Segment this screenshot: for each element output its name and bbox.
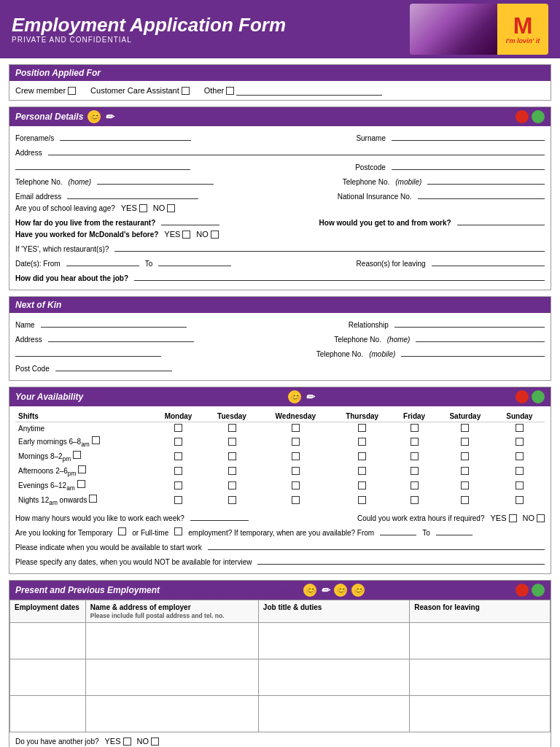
- nights-fri-cb[interactable]: [411, 496, 419, 504]
- worked-yes-checkbox[interactable]: [182, 231, 190, 239]
- mcdonalds-logo: M I'm lovin' it: [497, 4, 548, 55]
- early-thu-cb[interactable]: [358, 438, 366, 446]
- afternoons-sat-cb[interactable]: [461, 467, 469, 475]
- customer-care-checkbox[interactable]: [182, 87, 190, 95]
- early-sun-cb[interactable]: [516, 438, 524, 446]
- evenings-sat-cb[interactable]: [461, 481, 469, 489]
- afternoons-wed-cb[interactable]: [292, 467, 300, 475]
- full-cb[interactable]: [174, 527, 182, 535]
- school-yes-checkbox[interactable]: [139, 204, 147, 212]
- nights-sat-cb[interactable]: [461, 496, 469, 504]
- school-no-option: NO: [153, 204, 176, 212]
- anytime-sun-cb[interactable]: [516, 424, 524, 432]
- nights-wed-cb[interactable]: [292, 496, 300, 504]
- afternoons-sun-cb[interactable]: [516, 467, 524, 475]
- evenings-sun-cb[interactable]: [516, 481, 524, 489]
- temp-to-label: To: [422, 529, 430, 537]
- mornings-sat-cb[interactable]: [461, 452, 469, 460]
- address-label: Address: [15, 149, 42, 157]
- evenings-mon-cb[interactable]: [174, 481, 182, 489]
- temp-cb[interactable]: [118, 527, 126, 535]
- email-field: [67, 189, 198, 199]
- school-no-checkbox[interactable]: [167, 204, 175, 212]
- employment-table: Employment dates Name & address of emplo…: [9, 600, 551, 732]
- emp-row-2: [10, 659, 551, 696]
- mornings-thu-cb[interactable]: [358, 452, 366, 460]
- app-title: Employment Application Form: [12, 15, 410, 36]
- another-no-label: NO: [137, 737, 149, 746]
- start-row: Please indicate when you would be availa…: [15, 540, 545, 551]
- afternoons-mon-cb[interactable]: [174, 467, 182, 475]
- nok-address-field: [48, 332, 194, 342]
- customer-care-label: Customer Care Assistant: [90, 86, 179, 95]
- nok-name-row: Name Relationship: [15, 317, 545, 329]
- row-nights: Nights 12am onwards: [15, 493, 545, 508]
- another-job-row: Do you have another job? YES NO: [15, 737, 545, 746]
- evenings-thu-cb[interactable]: [358, 481, 366, 489]
- other-label: Other: [204, 86, 225, 95]
- extra-no-cb[interactable]: [537, 514, 545, 522]
- header-photo: [410, 4, 497, 55]
- early-mon-cb[interactable]: [174, 438, 182, 446]
- emp-smiley3: 😊: [351, 584, 365, 597]
- employment-section: Present and Previous Employment Please i…: [9, 580, 551, 747]
- evenings-extra-cb[interactable]: [77, 480, 85, 488]
- tel-home-field: [97, 174, 214, 185]
- early-wed-cb[interactable]: [292, 438, 300, 446]
- evenings-tue-cb[interactable]: [228, 481, 236, 489]
- mornings-extra-cb[interactable]: [73, 451, 81, 459]
- anytime-sat-cb[interactable]: [461, 424, 469, 432]
- worked-yes-option: YES: [164, 230, 190, 239]
- emp-icons: [516, 584, 545, 597]
- availability-header: Your Availability Please indicate the ti…: [9, 387, 551, 406]
- crew-member-checkbox[interactable]: [68, 87, 76, 95]
- mornings-sun-cb[interactable]: [516, 452, 524, 460]
- row-early: Early mornings 6–8am: [15, 435, 545, 449]
- email-label: Email address: [15, 193, 61, 201]
- afternoons-fri-cb[interactable]: [411, 467, 419, 475]
- another-yes-label: YES: [105, 737, 121, 746]
- evenings-wed-cb[interactable]: [292, 481, 300, 489]
- anytime-fri-cb[interactable]: [411, 424, 419, 432]
- emp-col-job: Job title & duties: [258, 600, 409, 623]
- mornings-fri-cb[interactable]: [411, 452, 419, 460]
- nights-extra-cb[interactable]: [89, 495, 97, 503]
- extra-yes-cb[interactable]: [509, 514, 517, 522]
- nights-mon-cb[interactable]: [174, 496, 182, 504]
- nok-postcode-field: [55, 361, 172, 371]
- afternoons-thu-cb[interactable]: [358, 467, 366, 475]
- early-sat-cb[interactable]: [461, 438, 469, 446]
- employment-heading: Present and Previous Employment: [15, 585, 160, 595]
- nights-tue-cb[interactable]: [228, 496, 236, 504]
- hours-row: How many hours would you like to work ea…: [15, 511, 545, 522]
- nights-thu-cb[interactable]: [358, 496, 366, 504]
- another-no-cb[interactable]: [151, 738, 159, 746]
- other-checkbox[interactable]: [226, 87, 234, 95]
- mornings-wed-cb[interactable]: [292, 452, 300, 460]
- another-job-label: Do you have another job?: [15, 738, 99, 746]
- anytime-tue-cb[interactable]: [228, 424, 236, 432]
- afternoons-extra-cb[interactable]: [78, 465, 86, 473]
- nights-sun-cb[interactable]: [516, 496, 524, 504]
- forename-surname-row: Forename/s Surname: [15, 131, 545, 142]
- another-yes-cb[interactable]: [123, 738, 131, 746]
- evenings-fri-cb[interactable]: [411, 481, 419, 489]
- personal-content: Forename/s Surname Address Postcode: [9, 126, 551, 290]
- afternoons-tue-cb[interactable]: [228, 467, 236, 475]
- avail-green-circle: [532, 390, 545, 403]
- mornings-tue-cb[interactable]: [228, 452, 236, 460]
- emp-dates-2: [10, 659, 86, 696]
- early-extra-cb[interactable]: [92, 436, 100, 444]
- anytime-mon-cb[interactable]: [174, 424, 182, 432]
- header: Employment Application Form PRIVATE AND …: [0, 0, 560, 58]
- mornings-mon-cb[interactable]: [174, 452, 182, 460]
- anytime-thu-cb[interactable]: [358, 424, 366, 432]
- worked-no-checkbox[interactable]: [211, 231, 219, 239]
- worked-before-label: Have you worked for McDonald's before?: [15, 231, 158, 239]
- shift-nights: Nights 12am onwards: [15, 493, 152, 508]
- early-fri-cb[interactable]: [411, 438, 419, 446]
- anytime-wed-cb[interactable]: [292, 424, 300, 432]
- early-tue-cb[interactable]: [228, 438, 236, 446]
- distance-field: [161, 215, 219, 225]
- emp-employer-3: [85, 696, 258, 732]
